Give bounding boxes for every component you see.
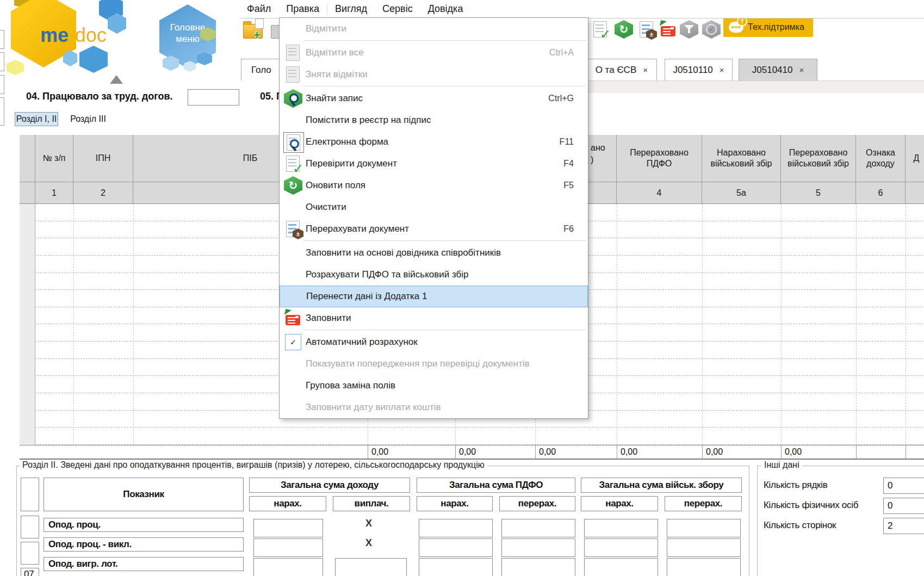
- col-header-num[interactable]: № з/п: [35, 135, 73, 182]
- col-header-oznaka[interactable]: Ознака доходу: [856, 135, 906, 182]
- input-dohid-narah-1[interactable]: [253, 519, 323, 537]
- medoc-window: me doc Головне меню Файл Правка Вигляд С…: [0, 0, 924, 576]
- grid-vline: [781, 204, 782, 445]
- input-pdfo-narah-1[interactable]: [419, 519, 493, 537]
- input-vz-narah-2[interactable]: [584, 538, 658, 557]
- input-vz-pererah-2[interactable]: [667, 538, 741, 557]
- col-num: 4: [617, 182, 702, 204]
- tab-rozdil-1-2[interactable]: Розділ I, II: [15, 112, 58, 126]
- input-dohid-vyplach-3[interactable]: [335, 558, 407, 576]
- electronic-form-icon: [283, 132, 304, 153]
- input-pdfo-narah-2[interactable]: [419, 538, 493, 557]
- col-num: 6: [856, 182, 906, 204]
- input-vz-pererah-1[interactable]: [667, 519, 741, 537]
- menu-edit[interactable]: Правка: [278, 1, 327, 17]
- menu-item-pererahuvaty-dokument[interactable]: ± Перерахувати документ F6: [280, 218, 588, 240]
- close-icon[interactable]: ×: [799, 65, 804, 75]
- doc-tab-j0510110[interactable]: J0510110 ×: [665, 59, 733, 80]
- filter-icon[interactable]: [680, 20, 698, 39]
- persons-count-value[interactable]: 0: [883, 498, 924, 514]
- menu-file[interactable]: Файл: [239, 1, 278, 17]
- input-pdfo-pererah-2[interactable]: [501, 538, 575, 557]
- menu-item-elektronna-forma[interactable]: Електронна форма F11: [280, 131, 588, 153]
- grid-vline: [133, 204, 134, 445]
- input-vz-narah-1[interactable]: [584, 519, 658, 537]
- tech-support-button[interactable]: •••? Тех.підтримка: [723, 17, 813, 37]
- menu-item-rozrahuvaty-pdfo[interactable]: Розрахувати ПДФО та військовий збір: [280, 264, 588, 286]
- col-header-fragment-2: ): [591, 155, 593, 165]
- group-dohid-header: Загальна сума доходу: [249, 478, 410, 493]
- recalculate-document-icon[interactable]: ±: [637, 20, 656, 39]
- menu-item-zapovnyty[interactable]: Заповнити: [280, 307, 588, 329]
- field04-input[interactable]: [188, 89, 239, 106]
- menu-service[interactable]: Сервіс: [375, 1, 420, 17]
- doc-tab-label: J0510410: [752, 65, 793, 76]
- doc-tab-j0510410[interactable]: J0510410 ×: [739, 59, 817, 80]
- recalculate-document-icon: ±: [284, 220, 302, 238]
- shortcut: F6: [563, 224, 574, 234]
- fill-document-icon[interactable]: [659, 20, 678, 39]
- menu-help[interactable]: Довідка: [420, 1, 471, 17]
- menu-item-onovyty-polya[interactable]: ↻ Оновити поля F5: [280, 175, 588, 196]
- col-header-ipn[interactable]: ІПН: [73, 135, 133, 182]
- rozdil2-title: Розділ II. Зведені дані про оподаткуванн…: [20, 460, 487, 470]
- col-header-data[interactable]: Д: [906, 135, 924, 182]
- group-pdfo-header: Загальна сума ПДФО: [417, 478, 575, 493]
- close-icon[interactable]: ×: [720, 65, 724, 75]
- col-header-vz-pererah[interactable]: Перераховано військовий збір: [781, 135, 856, 182]
- menu-item-perenesty-dani-dodatok1[interactable]: Перенести дані із Додатка 1: [280, 286, 588, 307]
- col-header-vz-narah[interactable]: Нараховано військовий збір: [702, 135, 781, 182]
- menu-item-vidmityty-vse[interactable]: Відмітити все Ctrl+A: [280, 42, 588, 64]
- group-vz-header: Загальна сума військ. збору: [581, 478, 742, 493]
- input-vz-pererah-3[interactable]: [667, 558, 741, 576]
- input-dohid-narah-3[interactable]: [253, 558, 323, 576]
- col-num: 5: [781, 182, 856, 204]
- menu-item-avtomatychnyi-rozrahunok[interactable]: ✓ Автоматичний розрахунок: [280, 331, 588, 353]
- shortcut: F4: [563, 159, 574, 169]
- logo-hexagon-blue: [79, 46, 108, 73]
- rozdil2-rowno-box: [21, 516, 39, 538]
- deselect-all-icon: [284, 65, 302, 84]
- signature-check-icon[interactable]: ✓: [702, 20, 721, 39]
- menu-item-vidmityty[interactable]: Відмітити: [280, 18, 588, 40]
- col-header-pdfo-pererah[interactable]: Перераховано ПДФО: [617, 135, 702, 182]
- refresh-fields-icon[interactable]: ↻: [615, 20, 633, 39]
- grid-vline: [617, 204, 617, 445]
- menu-item-grupova-zamina[interactable]: Групова заміна полів: [280, 375, 588, 397]
- grid-vline: [702, 204, 703, 445]
- input-dohid-narah-2[interactable]: [253, 538, 323, 557]
- row-opod-vygr-lot-label: Опод. вигр. лот.: [44, 557, 244, 571]
- input-pdfo-narah-3[interactable]: [419, 558, 493, 576]
- close-icon[interactable]: ×: [643, 65, 648, 75]
- menu-view[interactable]: Вигляд: [327, 1, 375, 17]
- input-vz-narah-3[interactable]: [584, 558, 658, 576]
- menu-item-zapovnyty-dovidnyk[interactable]: Заповнити на основі довідника співробітн…: [280, 242, 588, 264]
- input-pdfo-pererah-3[interactable]: [501, 558, 575, 576]
- tab-rozdil-3[interactable]: Розділ III: [65, 112, 111, 126]
- logo-hexagon-paleyellow: [7, 60, 24, 75]
- shortcut: Ctrl+A: [549, 48, 574, 58]
- pages-count-label: Кількість сторінок: [764, 520, 836, 531]
- pages-count-value[interactable]: 2: [883, 518, 924, 534]
- menu-item-pokazuvaty-poperedzhennya[interactable]: Показувати попередження при перевірці до…: [280, 353, 588, 375]
- menu-item-pereviryty-dokument[interactable]: ✓ Перевірити документ F4: [280, 153, 588, 175]
- select-all-icon: [284, 44, 302, 62]
- menu-item-ochystyty[interactable]: Очистити: [280, 196, 588, 218]
- fill-document-icon: [284, 309, 302, 327]
- sub-vyplach: виплач.: [333, 496, 410, 511]
- menu-item-zapovnyty-dat[interactable]: Заповнити дату виплати коштів: [280, 397, 588, 418]
- menu-item-znyaty-vidmitky[interactable]: Зняти відмітки: [280, 64, 588, 85]
- col-num: 5а: [702, 182, 781, 204]
- input-pdfo-pererah-1[interactable]: [501, 519, 575, 537]
- rows-count-value[interactable]: 0: [883, 478, 924, 494]
- col-num: 1: [35, 182, 73, 204]
- checkbox-checked-icon[interactable]: ✓: [285, 334, 301, 350]
- refresh-fields-icon: ↻: [284, 176, 302, 195]
- verify-document-icon[interactable]: ✓: [591, 20, 610, 39]
- menu-item-znaity-zapys[interactable]: Знайти запис Ctrl+G: [280, 88, 588, 109]
- col-header-strip: [20, 135, 35, 182]
- doc-tab-golovna[interactable]: Голо: [241, 59, 279, 80]
- col-num: [20, 182, 35, 204]
- menu-item-pomistyty-v-reestr[interactable]: Помістити в реєстр на підпис: [280, 109, 588, 131]
- scroll-up-triangle-icon: [110, 75, 123, 84]
